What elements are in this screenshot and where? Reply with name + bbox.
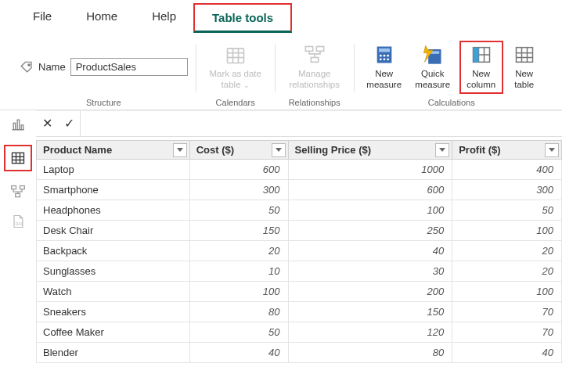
cell-sell[interactable]: 200 [288,281,452,301]
col-header-cost[interactable]: Cost ($) [189,140,288,159]
cell-sell[interactable]: 250 [288,220,452,240]
table-row[interactable]: Desk Chair150250100 [37,220,562,240]
report-view-button[interactable] [8,115,28,134]
ribbon-group-relationships: Manage relationships Relationships [276,41,354,110]
cell-product[interactable]: Sneakers [37,301,190,322]
dax-view-button[interactable]: DAX [8,212,28,231]
ribbon-group-calendars: Mark as date table ⌄ Calendars [196,41,275,110]
group-label-calendars: Calendars [216,94,255,110]
filter-dropdown-icon[interactable] [435,143,449,157]
new-column-button[interactable]: New column [459,41,503,94]
cell-profit[interactable]: 70 [452,301,562,322]
svg-rect-30 [13,123,16,129]
col-header-profit[interactable]: Profit ($) [452,140,562,159]
data-table: Product Name Cost ($) Selling Price ($) … [36,140,562,363]
formula-cancel-button[interactable]: ✕ [36,116,58,131]
cell-profit[interactable]: 20 [452,261,562,281]
svg-point-11 [380,55,382,57]
cell-product[interactable]: Blender [37,342,190,362]
mark-as-date-table-button[interactable]: Mark as date table ⌄ [204,42,267,92]
table-row[interactable]: Smartphone300600300 [37,179,562,200]
svg-point-12 [383,55,385,57]
name-label: Name [38,61,66,73]
svg-point-13 [387,55,389,57]
cell-profit[interactable]: 40 [452,342,562,362]
cell-product[interactable]: Desk Chair [37,220,190,240]
table-row[interactable]: Sunglasses103020 [37,261,562,281]
cell-profit[interactable]: 300 [452,179,562,200]
formula-input[interactable] [80,111,562,136]
table-row[interactable]: Headphones5010050 [37,200,562,220]
table-row[interactable]: Sneakers8015070 [37,301,562,322]
cell-sell[interactable]: 100 [288,200,452,220]
cell-profit[interactable]: 20 [452,240,562,261]
tab-home[interactable]: Home [69,3,135,33]
col-header-sell[interactable]: Selling Price ($) [288,140,452,159]
cell-profit[interactable]: 70 [452,322,562,342]
cell-profit[interactable]: 100 [452,281,562,301]
new-column-icon [470,44,492,66]
cell-product[interactable]: Coffee Maker [37,322,190,342]
cell-cost[interactable]: 20 [189,240,288,261]
manage-relationships-button[interactable]: Manage relationships [283,42,346,92]
cell-sell[interactable]: 30 [288,261,452,281]
filter-dropdown-icon[interactable] [272,143,286,157]
table-icon [9,150,27,166]
cell-sell[interactable]: 40 [288,240,452,261]
table-name-input[interactable] [70,58,188,76]
cell-cost[interactable]: 10 [189,261,288,281]
cell-sell[interactable]: 80 [288,342,452,362]
tab-file[interactable]: File [16,3,69,33]
cell-profit[interactable]: 50 [452,200,562,220]
table-row[interactable]: Watch100200100 [37,281,562,301]
ribbon: Name Structure Mark as date table ⌄ Cale… [0,33,562,110]
cell-product[interactable]: Backpack [37,240,190,261]
group-label-relationships: Relationships [289,94,340,110]
cell-profit[interactable]: 400 [452,159,562,179]
quick-measure-button[interactable]: Quick measure [411,42,455,92]
cell-cost[interactable]: 50 [189,200,288,220]
svg-rect-6 [305,47,312,52]
col-header-product[interactable]: Product Name [37,140,190,159]
cell-cost[interactable]: 600 [189,159,288,179]
cell-cost[interactable]: 300 [189,179,288,200]
cell-product[interactable]: Sunglasses [37,261,190,281]
cell-product[interactable]: Laptop [37,159,190,179]
cell-cost[interactable]: 150 [189,220,288,240]
data-view-button[interactable] [4,145,32,171]
model-view-button[interactable] [8,182,28,201]
cell-cost[interactable]: 40 [189,342,288,362]
ribbon-group-calculations: New measure Quick measure New column New… [355,41,549,110]
formula-bar: ✕ ✓ [36,110,562,137]
cell-sell[interactable]: 1000 [288,159,452,179]
calculator-icon [373,44,395,66]
table-row[interactable]: Backpack204020 [37,240,562,261]
svg-point-14 [380,58,382,60]
svg-rect-39 [20,185,25,189]
cell-profit[interactable]: 100 [452,220,562,240]
filter-dropdown-icon[interactable] [545,143,559,157]
new-measure-button[interactable]: New measure [362,42,406,92]
relationships-icon [304,44,326,66]
svg-point-0 [28,64,30,66]
new-table-button[interactable]: New table [508,42,541,92]
table-row[interactable]: Laptop6001000400 [37,159,562,179]
filter-dropdown-icon[interactable] [173,143,187,157]
cell-cost[interactable]: 100 [189,281,288,301]
cell-sell[interactable]: 150 [288,301,452,322]
cell-product[interactable]: Headphones [37,200,190,220]
table-row[interactable]: Coffee Maker5012070 [37,322,562,342]
tab-table-tools[interactable]: Table tools [193,3,292,33]
cell-cost[interactable]: 80 [189,301,288,322]
cell-sell[interactable]: 120 [288,322,452,342]
tab-help[interactable]: Help [135,3,193,33]
cell-product[interactable]: Smartphone [37,179,190,200]
table-row[interactable]: Blender408040 [37,342,562,362]
cell-product[interactable]: Watch [37,281,190,301]
new-table-icon [513,44,535,66]
formula-commit-button[interactable]: ✓ [58,116,80,131]
quick-measure-icon [422,44,444,66]
cell-sell[interactable]: 600 [288,179,452,200]
cell-cost[interactable]: 50 [189,322,288,342]
ribbon-group-structure: Name Structure [12,41,196,110]
